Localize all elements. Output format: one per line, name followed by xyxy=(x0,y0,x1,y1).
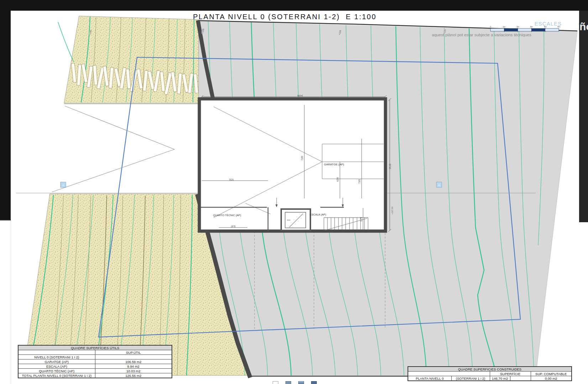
escala-label: ESCALA (AP) xyxy=(310,213,326,216)
dim-stall-width: 4,50 xyxy=(336,177,339,182)
row-value: 106.59 m2 xyxy=(95,359,172,364)
row-label: ESCALA (AP) xyxy=(18,364,95,369)
elevator xyxy=(281,209,310,230)
row-computable: 0,00 m2 xyxy=(531,376,572,381)
right-bar-bottom xyxy=(579,222,588,384)
constr-col-superficie: SUPERFÍCIE xyxy=(490,372,531,376)
garage-label: GARATGE (AP) xyxy=(324,163,344,166)
table-row: PLANTA NIVELL 0 (SOTERRANI 1 i 2) 146,70… xyxy=(408,376,572,381)
utils-col-blank xyxy=(18,350,95,355)
row-label: GARATGE (AP) xyxy=(18,359,95,364)
quarto-tecnic-label: QUARTO TÈCNIC (AP) xyxy=(213,214,241,217)
screen: A A xyxy=(0,0,588,384)
dim-right-height: 10,11 xyxy=(389,164,391,169)
dim-ramp-width: 9,51 xyxy=(229,178,233,181)
background-window-text: ño xyxy=(579,21,588,33)
scale-tick-0: 0 xyxy=(490,26,491,28)
utils-table-title: QUADRE SUPERFÍCIES ÚTILS xyxy=(18,345,172,350)
utils-col-header: SUP.ÚTIL xyxy=(95,350,172,355)
row-value: 10.03 m2 xyxy=(95,369,172,373)
utils-surfaces-table: QUADRE SUPERFÍCIES ÚTILS SUP.ÚTIL NIVELL… xyxy=(18,345,172,378)
bottom-thumbnails xyxy=(273,381,317,384)
dim-top-width: 14,61 xyxy=(297,95,303,97)
table-row: QUARTO TÈCNIC (AP) 10.03 m2 xyxy=(18,369,172,373)
row-label: TOTAL PLANTA NIVELL 0 (SOTERRANI 1 i 2) xyxy=(18,373,95,378)
row-label: NIVELL 0 (SOTERRANI 1 I 2) xyxy=(18,355,95,359)
dim-garage-left: 7,60 xyxy=(301,156,303,160)
row-superficie: 146,70 m2 xyxy=(490,376,510,381)
level-mark: +107,00 xyxy=(391,206,393,214)
left-bar-bottom xyxy=(0,220,11,384)
row-value xyxy=(95,355,172,359)
top-bar xyxy=(0,0,588,11)
row-superficie2 xyxy=(510,376,531,381)
thumbnail-2[interactable] xyxy=(285,381,291,384)
section-marker-left: A xyxy=(62,183,64,187)
plan-drawing: A A xyxy=(0,0,588,384)
ramp-arrows xyxy=(52,106,174,192)
table-row: GARATGE (AP) 106.59 m2 xyxy=(18,359,172,364)
table-row: NIVELL 0 (SOTERRANI 1 I 2) xyxy=(18,355,172,359)
scale-tick-5: 5m xyxy=(557,26,560,28)
row-name: PLANTA NIVELL 0 xyxy=(408,376,451,381)
table-row: ESCALA (AP) 9.94 m2 xyxy=(18,364,172,369)
building xyxy=(199,95,391,232)
background-window-strip: ño xyxy=(579,11,588,222)
row-value: 126.56 m2 xyxy=(95,373,172,378)
scale-tick-4: 4m xyxy=(544,26,547,28)
built-surfaces-table: QUADRE SUPERFICIES CONSTRUIDES SUPERFÍCI… xyxy=(408,366,572,381)
dim-stair-width: 1,75 xyxy=(360,217,362,222)
plan-title: PLANTA NIVELL 0 (SOTERRANI 1-2) E 1:100 xyxy=(11,13,559,21)
thumbnail-4[interactable] xyxy=(311,381,317,384)
row-value: 9.94 m2 xyxy=(95,364,172,369)
thumbnail-1[interactable] xyxy=(273,381,278,384)
scale-tick-3: 3m xyxy=(530,26,533,28)
dim-garage-right: 7,61 xyxy=(358,179,361,183)
constr-col-computable: SUP. COMPUTABLE xyxy=(531,372,572,376)
left-bar xyxy=(0,11,11,220)
dim-quarto-width: 5,47 xyxy=(231,225,235,228)
scale-tick-2: 2m xyxy=(516,26,519,28)
row-name2: (SOTERRANI 1 i 2) xyxy=(451,376,490,381)
constr-table-title: QUADRE SUPERFICIES CONSTRUIDES xyxy=(408,367,572,372)
thumbnail-3[interactable] xyxy=(298,381,304,384)
section-marker-right: A xyxy=(438,183,440,187)
table-row: TOTAL PLANTA NIVELL 0 (SOTERRANI 1 i 2) … xyxy=(18,373,172,378)
scale-tick-1: 1m xyxy=(503,26,505,28)
row-label: QUARTO TÈCNIC (AP) xyxy=(18,369,95,373)
constr-col-blank xyxy=(408,372,490,376)
disclaimer-note: aquest plànol pot estar subjecte a varia… xyxy=(432,33,531,37)
